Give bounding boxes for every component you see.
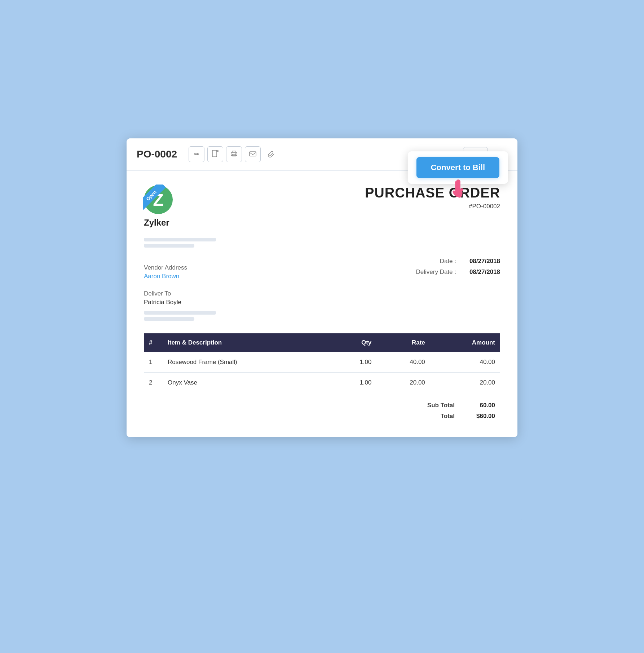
item-num-2: 2 bbox=[144, 373, 163, 393]
delivery-date-row: Delivery Date : 08/27/2018 bbox=[416, 268, 500, 276]
po-title-block: PURCHASE ORDER #PO-00002 bbox=[365, 185, 500, 210]
po-header-row: Z Zylker PURCHASE ORDER #PO-00002 bbox=[144, 185, 500, 228]
totals-section: Sub Total 60.00 Total $60.00 bbox=[144, 397, 500, 420]
convert-to-bill-button[interactable]: Convert to Bill bbox=[416, 157, 499, 178]
po-title: PURCHASE ORDER bbox=[365, 185, 500, 201]
deliver-to-label: Deliver To bbox=[144, 290, 259, 297]
print-button[interactable] bbox=[226, 146, 242, 162]
deliver-ph-2 bbox=[144, 317, 194, 321]
left-info: Vendor Address Aaron Brown Deliver To Pa… bbox=[144, 258, 259, 323]
col-num: # bbox=[144, 333, 163, 352]
date-label: Date : bbox=[440, 258, 456, 265]
delivery-date-label: Delivery Date : bbox=[416, 268, 456, 276]
item-rate-1: 40.00 bbox=[376, 352, 430, 373]
total-row: Total $60.00 bbox=[144, 409, 500, 420]
deliver-placeholder-lines bbox=[144, 311, 259, 321]
placeholder-line-2 bbox=[144, 244, 194, 248]
deliver-to-name: Patricia Boyle bbox=[144, 299, 259, 306]
placeholder-line-1 bbox=[144, 238, 216, 241]
table-header: # Item & Description Qty Rate Amount bbox=[144, 333, 500, 352]
item-desc-2: Onyx Vase bbox=[163, 373, 330, 393]
item-desc-1: Rosewood Frame (Small) bbox=[163, 352, 330, 373]
modal: PO-0002 ✏ bbox=[127, 138, 517, 437]
total-value: $60.00 bbox=[466, 413, 495, 420]
print-icon bbox=[230, 150, 238, 159]
table-row: 1 Rosewood Frame (Small) 1.00 40.00 40.0… bbox=[144, 352, 500, 373]
col-rate: Rate bbox=[376, 333, 430, 352]
email-icon bbox=[249, 151, 256, 158]
pdf-icon bbox=[212, 150, 219, 159]
outer-frame: PO-0002 ✏ bbox=[120, 132, 524, 521]
table-body: 1 Rosewood Frame (Small) 1.00 40.00 40.0… bbox=[144, 352, 500, 393]
vendor-address-label: Vendor Address bbox=[144, 264, 259, 271]
edit-icon: ✏ bbox=[194, 150, 199, 158]
modal-body: Open Z Zylker PURCHASE ORDER #PO-00002 bbox=[127, 171, 517, 437]
item-qty-2: 1.00 bbox=[330, 373, 377, 393]
subtotal-label: Sub Total bbox=[415, 402, 455, 409]
item-amount-1: 40.00 bbox=[430, 352, 500, 373]
company-name: Zylker bbox=[144, 218, 173, 228]
item-qty-1: 1.00 bbox=[330, 352, 377, 373]
item-rate-2: 20.00 bbox=[376, 373, 430, 393]
col-amount: Amount bbox=[430, 333, 500, 352]
svg-point-4 bbox=[235, 153, 236, 154]
right-dates: Date : 08/27/2018 Delivery Date : 08/27/… bbox=[416, 258, 500, 279]
col-desc: Item & Description bbox=[163, 333, 330, 352]
item-amount-2: 20.00 bbox=[430, 373, 500, 393]
convert-btn-tooltip: Convert to Bill bbox=[408, 151, 508, 184]
email-button[interactable] bbox=[245, 146, 261, 162]
item-num-1: 1 bbox=[144, 352, 163, 373]
open-ribbon-label: Open bbox=[143, 185, 166, 210]
svg-rect-3 bbox=[232, 154, 236, 156]
po-id: PO-0002 bbox=[137, 148, 177, 160]
table-row: 2 Onyx Vase 1.00 20.00 20.00 bbox=[144, 373, 500, 393]
deliver-ph-1 bbox=[144, 311, 216, 315]
subtotal-value: 60.00 bbox=[466, 402, 495, 409]
edit-button[interactable]: ✏ bbox=[189, 146, 204, 162]
delivery-date-value: 08/27/2018 bbox=[460, 268, 500, 276]
subtotal-row: Sub Total 60.00 bbox=[144, 397, 500, 409]
date-row: Date : 08/27/2018 bbox=[416, 258, 500, 265]
vendor-deliver-section: Vendor Address Aaron Brown Deliver To Pa… bbox=[144, 258, 500, 323]
purchase-order-doc: Open Z Zylker PURCHASE ORDER #PO-00002 bbox=[144, 185, 500, 420]
vendor-name[interactable]: Aaron Brown bbox=[144, 273, 259, 280]
items-table: # Item & Description Qty Rate Amount 1 R… bbox=[144, 333, 500, 393]
svg-rect-5 bbox=[250, 152, 256, 156]
svg-rect-0 bbox=[212, 150, 217, 157]
total-label: Total bbox=[415, 413, 455, 420]
attachment-icon[interactable] bbox=[264, 146, 279, 162]
po-number: #PO-00002 bbox=[365, 203, 500, 210]
pdf-button[interactable] bbox=[207, 146, 223, 162]
date-value: 08/27/2018 bbox=[460, 258, 500, 265]
modal-header: PO-0002 ✏ bbox=[127, 138, 517, 171]
open-ribbon: Open bbox=[143, 185, 176, 217]
col-qty: Qty bbox=[330, 333, 377, 352]
company-placeholder-lines bbox=[144, 238, 500, 248]
